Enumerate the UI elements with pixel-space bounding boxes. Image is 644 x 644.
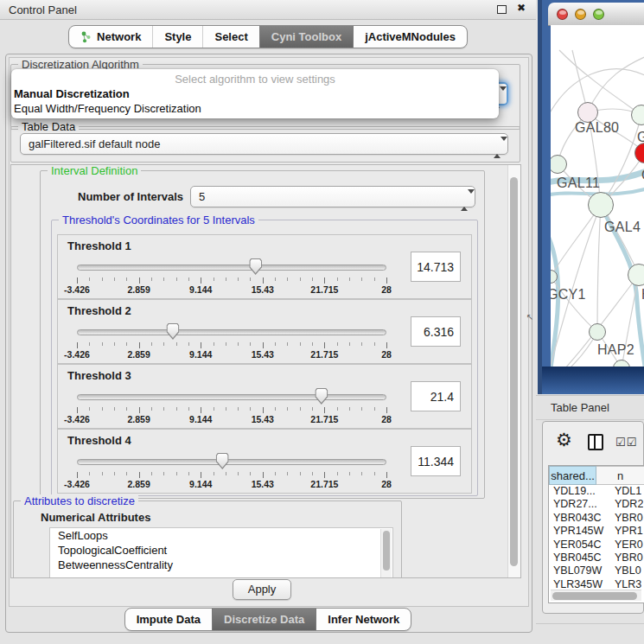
slider-tick <box>77 407 78 413</box>
apply-button[interactable]: Apply <box>233 579 291 600</box>
slider-tick <box>238 342 239 346</box>
tab-style[interactable]: Style <box>152 26 202 48</box>
slider-tick <box>139 472 140 478</box>
table-row[interactable]: YDR27...YDR2 <box>549 498 644 511</box>
threshold-value-field[interactable]: 21.4 <box>411 381 461 411</box>
traffic-light-close-icon[interactable] <box>557 9 568 20</box>
threshold-slider-thumb[interactable] <box>249 258 262 275</box>
list-scrollbar[interactable] <box>380 529 392 578</box>
threshold-value-field[interactable]: 6.316 <box>411 316 461 347</box>
settings-scrollbar[interactable] <box>507 165 520 577</box>
node-table: shared... n YDL19...YDL1YDR27...YDR2YBR0… <box>548 465 644 603</box>
close-icon[interactable]: ✖ <box>517 2 526 14</box>
network-canvas[interactable]: GAL80GACGAL11GAL4GCY1HHAP2 <box>551 25 644 367</box>
slider-tick <box>361 407 362 411</box>
interval-definition-group-title: Interval Definition <box>48 164 141 177</box>
tab-infer-network[interactable]: Infer Network <box>316 609 411 630</box>
slider-tick <box>114 407 115 411</box>
traffic-light-zoom-icon[interactable] <box>593 9 604 20</box>
slider-tick <box>300 277 301 281</box>
slider-tick <box>238 277 239 281</box>
dropdown-option-equal-width-frequency[interactable]: Equal Width/Frequency Discretization <box>11 102 499 117</box>
network-node[interactable] <box>628 264 644 286</box>
table-cell[interactable]: YDR27... <box>549 498 609 511</box>
network-window-titlebar[interactable] <box>548 3 644 26</box>
checkbox-icons[interactable]: ☑☑ <box>615 436 637 449</box>
slider-tick <box>89 342 90 346</box>
table-hscrollbar-thumb[interactable] <box>552 592 637 600</box>
table-cell[interactable]: YBR045C <box>549 552 609 564</box>
columns-icon[interactable] <box>588 434 603 450</box>
slider-tick <box>312 472 313 475</box>
threshold-slider-thumb[interactable] <box>166 323 179 340</box>
slider-tick <box>126 342 127 346</box>
table-cell[interactable]: YDL1 <box>609 485 641 498</box>
threshold-slider[interactable]: -3.4262.8599.14415.4321.71528 <box>77 452 386 490</box>
table-data-combobox[interactable]: galFiltered.sif default node <box>20 133 508 155</box>
table-cell[interactable]: YBL079W <box>549 564 609 577</box>
slider-track[interactable] <box>77 329 386 335</box>
float-window-icon[interactable] <box>497 5 507 14</box>
threshold-value-field[interactable]: 11.344 <box>411 446 461 476</box>
table-row[interactable]: YBR045CYBR0 <box>549 552 644 564</box>
dropdown-option-manual-discretization[interactable]: Manual Discretization <box>11 87 499 102</box>
tab-select[interactable]: Select <box>202 26 258 48</box>
table-row[interactable]: YPR145WYPR1 <box>549 525 644 538</box>
attribute-list-item[interactable]: BetweennessCentrality <box>50 558 392 572</box>
slider-tick <box>324 407 325 413</box>
network-node[interactable] <box>588 192 614 218</box>
table-row[interactable]: YBL079WYBL0 <box>549 564 644 577</box>
table-cell[interactable]: YDL19... <box>549 485 609 498</box>
table-header-shared[interactable]: shared... <box>549 466 596 485</box>
slider-tick <box>324 342 325 348</box>
threshold-value-field[interactable]: 14.713 <box>411 252 461 282</box>
table-cell[interactable]: YDR2 <box>609 498 643 511</box>
threshold-slider[interactable]: -3.4262.8599.14415.4321.71528 <box>77 387 386 425</box>
attribute-list-item[interactable]: TopologicalCoefficient <box>50 543 392 558</box>
slider-scale-label: 15.43 <box>252 349 274 360</box>
table-cell[interactable]: YBR0 <box>609 552 643 564</box>
tab-jactivemnodules[interactable]: jActiveMNodules <box>353 26 467 48</box>
table-hscrollbar[interactable] <box>551 590 641 601</box>
threshold-box: Threshold 4 -3.4262.8599.14415.4321.7152… <box>57 429 472 494</box>
table-cell[interactable]: YER0 <box>609 539 643 552</box>
table-header-name[interactable]: n <box>596 466 644 485</box>
slider-track[interactable] <box>77 265 386 271</box>
slider-tick <box>214 342 214 346</box>
table-cell[interactable]: YPR145W <box>549 525 609 538</box>
slider-tick <box>361 277 362 281</box>
threshold-slider[interactable]: -3.4262.8599.14415.4321.71528 <box>77 258 386 296</box>
list-scrollbar-thumb[interactable] <box>383 531 390 571</box>
threshold-slider-thumb[interactable] <box>216 453 229 469</box>
attribute-list-item[interactable]: SelfLoops <box>50 528 392 543</box>
slider-tick <box>139 277 140 284</box>
network-node[interactable] <box>589 323 606 341</box>
tab-cyni-toolbox[interactable]: Cyni Toolbox <box>259 26 353 48</box>
table-cell[interactable]: YER054C <box>549 539 609 552</box>
table-cell[interactable]: YBR043C <box>549 512 609 525</box>
table-row[interactable]: YER054CYER0 <box>549 539 644 552</box>
tab-label: Select <box>214 30 247 43</box>
table-cell[interactable]: YPR1 <box>609 525 643 538</box>
number-of-intervals-combobox[interactable]: 5 <box>190 186 475 207</box>
tab-label: Impute Data <box>137 613 201 626</box>
tab-discretize-data[interactable]: Discretize Data <box>212 609 316 630</box>
threshold-slider-thumb[interactable] <box>315 388 328 405</box>
table-row[interactable]: YBR043CYBR0 <box>549 512 644 525</box>
threshold-slider[interactable]: -3.4262.8599.14415.4321.71528 <box>77 322 386 360</box>
slider-track[interactable] <box>77 394 386 400</box>
slider-track[interactable] <box>77 459 386 465</box>
traffic-light-minimize-icon[interactable] <box>575 9 586 20</box>
table-cell[interactable]: YBR0 <box>609 512 643 525</box>
table-row[interactable]: YDL19...YDL1 <box>549 485 644 498</box>
tab-impute-data[interactable]: Impute Data <box>125 609 212 630</box>
slider-tick <box>226 342 226 346</box>
tab-network[interactable]: Network <box>69 26 152 48</box>
gear-icon[interactable]: ⚙ <box>556 431 572 449</box>
screenshot-stage: Control Panel ✖ Network Style Select Cyn… <box>0 0 644 644</box>
settings-scrollbar-thumb[interactable] <box>510 177 518 566</box>
slider-tick <box>312 407 313 411</box>
slider-tick <box>263 407 264 413</box>
table-cell[interactable]: YBL0 <box>609 564 641 577</box>
slider-tick <box>201 277 201 284</box>
